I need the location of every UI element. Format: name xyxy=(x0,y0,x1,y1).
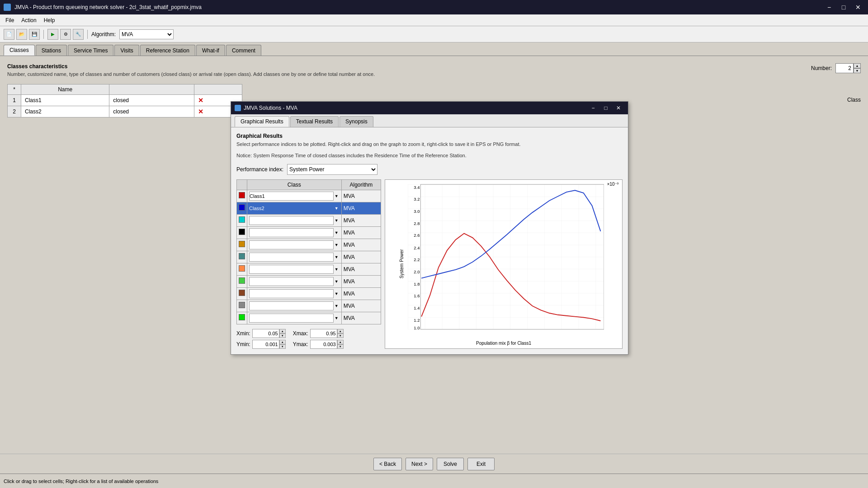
class-dropdown-arrow[interactable]: ▼ xyxy=(334,316,340,320)
svg-text:1.2: 1.2 xyxy=(414,318,420,323)
row-type-2[interactable]: closed xyxy=(109,106,194,117)
class-dropdown-arrow[interactable]: ▼ xyxy=(334,206,340,211)
dialog-title-left: JMVA Solutions - MVA xyxy=(235,105,297,111)
tab-whatif[interactable]: What-if xyxy=(196,45,225,56)
toolbar-config-btn[interactable]: 🔧 xyxy=(73,29,84,40)
row-name-1[interactable]: Class1 xyxy=(21,95,109,106)
class-table-row: ▼MVA xyxy=(237,214,381,226)
class-name-cell[interactable]: ▼ xyxy=(247,214,342,226)
class-dropdown-arrow[interactable]: ▼ xyxy=(334,304,340,308)
tab-service-times[interactable]: Service Times xyxy=(68,45,113,56)
class-name-input[interactable] xyxy=(249,301,334,310)
class-dropdown-arrow[interactable]: ▼ xyxy=(334,194,340,198)
class-name-cell[interactable]: ▼ xyxy=(247,251,342,263)
tab-visits[interactable]: Visits xyxy=(114,45,139,56)
col-header-type xyxy=(109,84,194,95)
ymax-spin-down[interactable]: ▼ xyxy=(337,344,344,349)
tab-reference-station[interactable]: Reference Station xyxy=(140,45,195,56)
dialog-maximize-btn[interactable]: □ xyxy=(600,103,612,113)
class-dropdown-arrow[interactable]: ▼ xyxy=(334,291,340,296)
xmin-spin-down[interactable]: ▼ xyxy=(279,333,286,338)
dialog-tab-synopsis[interactable]: Synopsis xyxy=(340,116,373,127)
number-spin-up[interactable]: ▲ xyxy=(854,63,861,68)
tab-comment[interactable]: Comment xyxy=(226,45,261,56)
row-name-2[interactable]: Class2 xyxy=(21,106,109,117)
delete-row-1-btn[interactable]: ✕ xyxy=(198,97,203,104)
dialog-minimize-btn[interactable]: − xyxy=(587,103,599,113)
toolbar-save-btn[interactable]: 💾 xyxy=(29,29,40,40)
class-name-cell[interactable]: ▼ xyxy=(247,263,342,275)
classes-table: * Name 1 Class1 closed ✕ 2 Class2 closed… xyxy=(7,84,242,117)
ymin-input[interactable] xyxy=(252,340,279,349)
class-name-cell[interactable]: ▼ xyxy=(247,202,342,214)
class-name-input[interactable] xyxy=(249,314,334,323)
menu-help[interactable]: Help xyxy=(40,14,59,26)
class-name-input[interactable] xyxy=(249,192,334,201)
number-input[interactable] xyxy=(835,63,854,73)
perf-index-dropdown[interactable]: System Power System Throughput System Re… xyxy=(287,164,377,175)
class-dropdown-arrow[interactable]: ▼ xyxy=(334,218,340,223)
class-name-cell[interactable]: ▼ xyxy=(247,300,342,312)
menu-action[interactable]: Action xyxy=(18,14,40,26)
class-name-cell[interactable]: ▼ xyxy=(247,287,342,300)
col-algorithm: Algorithm xyxy=(341,179,381,190)
minimize-button[interactable]: − xyxy=(823,2,835,12)
number-input-wrap: ▲ ▼ xyxy=(835,63,861,73)
class-name-input[interactable] xyxy=(249,204,334,213)
tab-classes[interactable]: Classes xyxy=(4,45,35,56)
svg-text:2.2: 2.2 xyxy=(414,257,420,262)
class-name-cell[interactable]: ▼ xyxy=(247,312,342,324)
ymin-spin-up[interactable]: ▲ xyxy=(279,340,286,344)
number-label: Number: xyxy=(811,65,832,71)
toolbar-run-btn[interactable]: ▶ xyxy=(47,29,58,40)
class-name-input[interactable] xyxy=(249,265,334,274)
ymax-input[interactable] xyxy=(310,340,337,349)
xmin-input[interactable] xyxy=(252,329,279,338)
class-name-cell[interactable]: ▼ xyxy=(247,239,342,251)
class-dropdown-arrow[interactable]: ▼ xyxy=(334,279,340,284)
tab-stations[interactable]: Stations xyxy=(36,45,67,56)
class-table-row: ▼MVA xyxy=(237,251,381,263)
class-name-input[interactable] xyxy=(249,228,334,237)
class-name-input[interactable] xyxy=(249,240,334,249)
maximize-button[interactable]: □ xyxy=(837,2,850,12)
algorithm-dropdown[interactable]: MVA xyxy=(119,29,174,39)
class-name-cell[interactable]: ▼ xyxy=(247,226,342,239)
menu-file[interactable]: File xyxy=(2,14,18,26)
close-button[interactable]: ✕ xyxy=(852,2,864,12)
ymax-spin-up[interactable]: ▲ xyxy=(337,340,344,344)
xmax-input[interactable] xyxy=(310,329,337,338)
class-name-input[interactable] xyxy=(249,289,334,298)
dialog-close-btn[interactable]: ✕ xyxy=(613,103,624,113)
class-name-input[interactable] xyxy=(249,253,334,262)
class-dropdown-arrow[interactable]: ▼ xyxy=(334,243,340,247)
exit-button[interactable]: Exit xyxy=(467,458,495,470)
class-name-input[interactable] xyxy=(249,216,334,225)
class-dropdown-arrow[interactable]: ▼ xyxy=(334,230,340,235)
xmax-spin-down[interactable]: ▼ xyxy=(337,333,344,338)
class-color-cell xyxy=(237,202,247,214)
number-spin-down[interactable]: ▼ xyxy=(854,68,861,73)
back-button[interactable]: < Back xyxy=(373,458,402,470)
dialog-tab-textual[interactable]: Textual Results xyxy=(290,116,339,127)
class-name-cell[interactable]: ▼ xyxy=(247,275,342,287)
dialog-tab-bar: Graphical Results Textual Results Synops… xyxy=(231,114,628,127)
toolbar-open-btn[interactable]: 📂 xyxy=(16,29,27,40)
class-dropdown-arrow[interactable]: ▼ xyxy=(334,267,340,272)
class-dropdown-arrow[interactable]: ▼ xyxy=(334,255,340,259)
dialog-tab-graphical[interactable]: Graphical Results xyxy=(235,116,289,127)
xmin-spin-up[interactable]: ▲ xyxy=(279,329,286,333)
solve-button[interactable]: Solve xyxy=(437,458,464,470)
row-type-1[interactable]: closed xyxy=(109,95,194,106)
ymin-spin-down[interactable]: ▼ xyxy=(279,344,286,349)
class-name-input[interactable] xyxy=(249,277,334,286)
toolbar-new-btn[interactable]: 📄 xyxy=(4,29,14,40)
color-swatch xyxy=(239,192,245,198)
toolbar-whatif-btn[interactable]: ⚙ xyxy=(60,29,71,40)
section-title: Classes characteristics xyxy=(7,63,861,70)
delete-row-2-btn[interactable]: ✕ xyxy=(198,108,203,115)
dialog-title-bar: JMVA Solutions - MVA − □ ✕ xyxy=(231,102,628,114)
xmax-spin-up[interactable]: ▲ xyxy=(337,329,344,333)
next-button[interactable]: Next > xyxy=(406,458,433,470)
class-name-cell[interactable]: ▼ xyxy=(247,190,342,202)
